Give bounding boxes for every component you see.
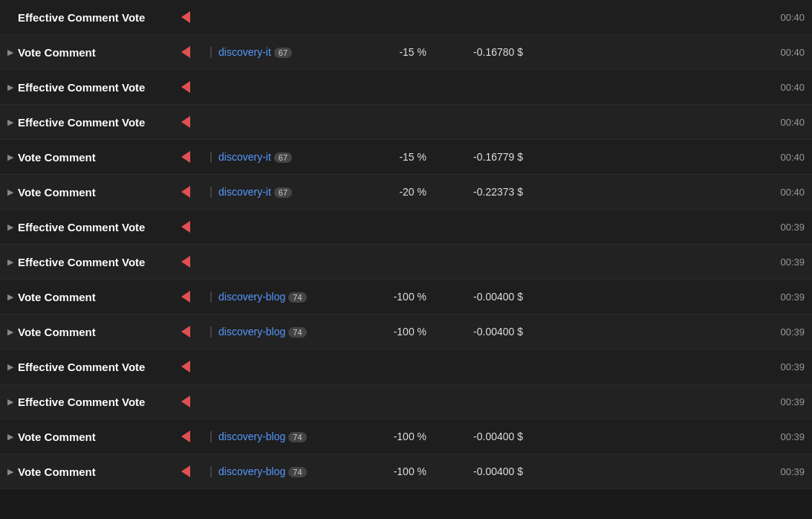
separator: | — [204, 290, 218, 303]
left-arrow-icon — [181, 11, 190, 23]
expand-arrow-icon[interactable]: ▶ — [7, 432, 13, 442]
timestamp: 00:39 — [760, 222, 805, 233]
transactions-table: Effective Comment Vote00:40▶Vote Comment… — [0, 0, 812, 489]
left-arrow-icon — [181, 291, 190, 303]
vote-arrow-icon — [181, 465, 204, 477]
value-col: -0.00400 $ — [441, 326, 538, 338]
row-title: Effective Comment Vote — [18, 361, 181, 373]
separator: | — [204, 430, 218, 443]
tag-col: discovery-it67 — [218, 185, 367, 199]
timestamp: 00:39 — [760, 291, 805, 303]
expand-arrow-icon[interactable]: ▶ — [7, 327, 13, 337]
percent-col: -100 % — [367, 326, 441, 338]
left-arrow-icon — [181, 151, 190, 163]
table-row[interactable]: ▶Vote Comment|discovery-blog74-100 %-0.0… — [0, 315, 812, 349]
expand-col: ▶ — [7, 187, 18, 197]
timestamp: 00:39 — [760, 431, 805, 442]
vote-arrow-icon — [181, 431, 204, 442]
row-title: Vote Comment — [18, 46, 181, 59]
expand-arrow-icon[interactable]: ▶ — [7, 292, 13, 302]
row-title: Vote Comment — [18, 326, 181, 338]
expand-arrow-icon[interactable]: ▶ — [7, 397, 13, 407]
expand-arrow-icon[interactable]: ▶ — [7, 467, 13, 477]
table-row[interactable]: ▶Vote Comment|discovery-blog74-100 %-0.0… — [0, 454, 812, 489]
tag-link[interactable]: discovery-blog — [218, 326, 285, 338]
expand-col: ▶ — [7, 152, 18, 162]
table-row[interactable]: ▶Vote Comment|discovery-it67-20 %-0.2237… — [0, 175, 812, 210]
left-arrow-icon — [181, 81, 190, 93]
tag-col: discovery-blog74 — [218, 325, 367, 338]
expand-arrow-icon[interactable]: ▶ — [7, 117, 13, 127]
expand-col: ▶ — [7, 222, 18, 232]
tag-col: discovery-blog74 — [218, 430, 367, 443]
expand-col: ▶ — [7, 48, 18, 57]
expand-col: ▶ — [7, 83, 18, 92]
vote-arrow-icon — [181, 396, 204, 407]
value-col: -0.00400 $ — [441, 431, 538, 442]
value-col: -0.00400 $ — [441, 465, 538, 477]
timestamp: 00:39 — [760, 361, 805, 373]
left-arrow-icon — [181, 396, 190, 407]
table-row[interactable]: ▶Vote Comment|discovery-blog74-100 %-0.0… — [0, 280, 812, 315]
table-row[interactable]: ▶Vote Comment|discovery-blog74-100 %-0.0… — [0, 419, 812, 454]
expand-col: ▶ — [7, 257, 18, 267]
table-row[interactable]: ▶Effective Comment Vote00:40 — [0, 105, 812, 140]
expand-arrow-icon[interactable]: ▶ — [7, 257, 13, 267]
table-row[interactable]: ▶Effective Comment Vote00:39 — [0, 245, 812, 280]
separator: | — [204, 185, 218, 199]
tag-badge: 74 — [288, 467, 306, 477]
tag-link[interactable]: discovery-it — [218, 186, 271, 198]
expand-arrow-icon[interactable]: ▶ — [7, 83, 13, 92]
table-row[interactable]: ▶Vote Comment|discovery-it67-15 %-0.1678… — [0, 35, 812, 70]
table-row[interactable]: Effective Comment Vote00:40 — [0, 0, 812, 35]
expand-arrow-icon[interactable]: ▶ — [7, 187, 13, 197]
expand-arrow-icon[interactable]: ▶ — [7, 362, 13, 372]
separator: | — [204, 465, 218, 478]
vote-arrow-icon — [181, 361, 204, 373]
left-arrow-icon — [181, 256, 190, 268]
percent-col: -15 % — [367, 151, 441, 163]
row-title: Effective Comment Vote — [18, 81, 181, 94]
tag-link[interactable]: discovery-it — [218, 151, 271, 163]
separator: | — [204, 45, 218, 59]
tag-badge: 67 — [274, 187, 292, 198]
table-row[interactable]: ▶Effective Comment Vote00:39 — [0, 349, 812, 384]
left-arrow-icon — [181, 431, 190, 442]
tag-link[interactable]: discovery-blog — [218, 291, 285, 303]
expand-col: ▶ — [7, 327, 18, 337]
left-arrow-icon — [181, 221, 190, 233]
vote-arrow-icon — [181, 81, 204, 93]
table-row[interactable]: ▶Effective Comment Vote00:40 — [0, 70, 812, 105]
timestamp: 00:40 — [760, 152, 805, 163]
table-row[interactable]: ▶Vote Comment|discovery-it67-15 %-0.1677… — [0, 140, 812, 175]
expand-arrow-icon[interactable]: ▶ — [7, 222, 13, 232]
row-title: Effective Comment Vote — [18, 396, 181, 408]
timestamp: 00:39 — [760, 257, 805, 268]
tag-badge: 74 — [288, 292, 306, 303]
table-row[interactable]: ▶Effective Comment Vote00:39 — [0, 210, 812, 245]
row-title: Effective Comment Vote — [18, 11, 181, 24]
row-title: Vote Comment — [18, 465, 181, 478]
table-row[interactable]: ▶Effective Comment Vote00:39 — [0, 384, 812, 419]
value-col: -0.00400 $ — [441, 291, 538, 303]
tag-link[interactable]: discovery-it — [218, 46, 271, 58]
row-title: Effective Comment Vote — [18, 116, 181, 129]
percent-col: -15 % — [367, 46, 441, 58]
timestamp: 00:39 — [760, 396, 805, 407]
timestamp: 00:40 — [760, 187, 805, 198]
tag-link[interactable]: discovery-blog — [218, 465, 285, 477]
expand-arrow-icon[interactable]: ▶ — [7, 152, 13, 162]
left-arrow-icon — [181, 465, 190, 477]
expand-arrow-icon[interactable]: ▶ — [7, 48, 13, 57]
timestamp: 00:39 — [760, 326, 805, 338]
expand-col: ▶ — [7, 467, 18, 477]
vote-arrow-icon — [181, 326, 204, 338]
tag-col: discovery-it67 — [218, 45, 367, 59]
row-title: Vote Comment — [18, 291, 181, 303]
tag-badge: 67 — [274, 48, 292, 58]
expand-col: ▶ — [7, 397, 18, 407]
left-arrow-icon — [181, 186, 190, 198]
row-title: Vote Comment — [18, 151, 181, 164]
vote-arrow-icon — [181, 291, 204, 303]
tag-link[interactable]: discovery-blog — [218, 431, 285, 442]
